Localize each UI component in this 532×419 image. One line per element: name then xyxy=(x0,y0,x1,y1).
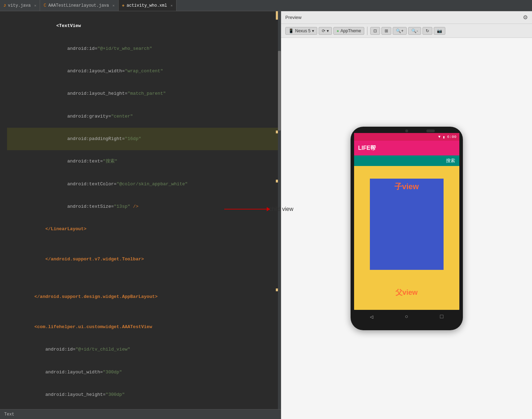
zoom-fit-btn[interactable]: ⊡ xyxy=(370,27,380,35)
device-camera xyxy=(405,129,408,132)
app-content: 子view 父view xyxy=(354,166,459,310)
device-screen: ▼ ▮ 6:00 LIFE帮 搜索 子view xyxy=(354,133,459,310)
device-nav-bar[interactable]: ◁ ○ □ xyxy=(354,310,459,324)
preview-title: Preview xyxy=(285,15,301,20)
zoom-actual-btn[interactable]: ⊞ xyxy=(381,27,391,35)
tab-close-0[interactable]: ✕ xyxy=(34,4,36,8)
scroll-marker-3 xyxy=(276,180,278,182)
code-line-21: android:layout_gravity="center" xyxy=(7,406,281,409)
code-line-13 xyxy=(7,271,281,278)
app-toolbar: LIFE帮 xyxy=(354,141,459,155)
app-status-bar: ▼ ▮ 6:00 xyxy=(354,133,459,141)
code-line-1: <TextView xyxy=(7,15,281,37)
toolbar-sep xyxy=(367,27,367,35)
arrow-line xyxy=(224,209,270,210)
code-line-4: android:layout_height="match_parent" xyxy=(7,82,281,105)
camera-icon: 📷 xyxy=(437,28,442,33)
refresh-icon: ↻ xyxy=(426,28,429,33)
tab-activity-xml[interactable]: ◈ activity_who.xml ✕ xyxy=(119,0,177,11)
orientation-btn[interactable]: ⟳ ▾ xyxy=(319,27,332,35)
screenshot-btn[interactable]: 📷 xyxy=(434,27,445,35)
wifi-icon: ▼ xyxy=(438,135,441,139)
app-search-text: 搜索 xyxy=(446,158,455,164)
child-view-box: 子view xyxy=(370,179,444,270)
preview-toolbar: 📱 Nexus 5 ▾ ⟳ ▾ ● AppTheme ⊡ ⊞ xyxy=(281,24,532,38)
code-line-17: <com.lifehelper.ui.customwidget.AAATestV… xyxy=(7,316,281,338)
tab-close-2[interactable]: ✕ xyxy=(171,4,173,8)
zoom-out-btn[interactable]: 🔍- xyxy=(408,27,421,35)
scrollbar-thumb[interactable] xyxy=(278,51,281,131)
zoom-in-icon: 🔍+ xyxy=(396,28,404,33)
scroll-marker-1 xyxy=(276,11,278,20)
device-label: Nexus 5 xyxy=(295,28,311,33)
c-icon: C xyxy=(44,3,46,8)
phone-icon: 📱 xyxy=(288,28,294,33)
tab-label: vity.java xyxy=(8,3,31,8)
code-line-7: android:text="搜索" xyxy=(7,150,281,173)
code-line-16 xyxy=(7,308,281,315)
theme-label: AppTheme xyxy=(340,28,361,33)
fu-view-label: 父view xyxy=(395,288,418,297)
code-line-18: android:id="@+id/tv_child_view" xyxy=(7,338,281,361)
tab-bar: J vity.java ✕ C AAATestLinearlayout.java… xyxy=(0,0,532,11)
status-time: 6:00 xyxy=(447,135,456,139)
arrow-head xyxy=(267,207,270,211)
app-second-bar: 搜索 xyxy=(354,155,459,166)
chevron-down-icon-2: ▾ xyxy=(327,28,329,33)
tab-label: activity_who.xml xyxy=(127,3,167,8)
tab-vity-java[interactable]: J vity.java ✕ xyxy=(0,0,40,11)
nav-home-btn[interactable]: ○ xyxy=(405,314,408,320)
code-line-2: android:id="@+id/tv_who_search" xyxy=(7,37,281,60)
device-frame: ▼ ▮ 6:00 LIFE帮 搜索 子view xyxy=(351,127,463,330)
status-bar: Text xyxy=(0,409,281,419)
theme-icon: ● xyxy=(337,28,339,33)
code-editor: <TextView android:id="@+id/tv_who_search… xyxy=(0,11,281,419)
battery-icon: ▮ xyxy=(443,135,445,139)
java-icon: J xyxy=(4,4,6,8)
arrow-annotation: child view xyxy=(224,206,293,212)
code-line-19: android:layout_width="300dp" xyxy=(7,361,281,383)
tab-close-1[interactable]: ✕ xyxy=(112,4,114,8)
code-line-10: </LinearLayout> xyxy=(7,218,281,240)
code-line-15: </android.support.design.widget.AppBarLa… xyxy=(7,286,281,308)
code-line-5: android:gravity="center" xyxy=(7,105,281,127)
device-container: child view ▼ ▮ 6:00 LIFE帮 xyxy=(281,38,532,419)
refresh-btn[interactable]: ↻ xyxy=(423,27,432,35)
zoom-fit-icon: ⊡ xyxy=(373,28,377,33)
tab-linearlayout-java[interactable]: C AAATestLinearlayout.java ✕ xyxy=(40,0,118,11)
main-content: <TextView android:id="@+id/tv_who_search… xyxy=(0,11,532,419)
code-line-14 xyxy=(7,278,281,285)
scroll-marker-4 xyxy=(276,288,278,291)
nav-recent-btn[interactable]: □ xyxy=(440,314,444,320)
xml-icon: ◈ xyxy=(122,3,125,8)
code-line-6: android:paddingRight="16dp" xyxy=(7,128,281,150)
zoom-out-icon: 🔍- xyxy=(411,28,418,33)
preview-panel: Preview ⚙ 📱 Nexus 5 ▾ ⟳ ▾ ● AppTheme xyxy=(281,11,532,419)
settings-icon[interactable]: ⚙ xyxy=(523,14,528,21)
tab-label: AAATestLinearlayout.java xyxy=(48,3,109,8)
zi-view-label: 子view xyxy=(394,181,419,192)
code-line-8: android:textColor="@color/skin_appbar_wh… xyxy=(7,173,281,195)
scroll-marker-2 xyxy=(276,131,278,133)
code-line-12: </android.support.v7.widget.Toolbar> xyxy=(7,248,281,271)
status-label: Text xyxy=(4,412,14,417)
app-toolbar-title: LIFE帮 xyxy=(358,145,376,152)
preview-header: Preview ⚙ xyxy=(281,11,532,24)
code-line-20: android:layout_height="300dp" xyxy=(7,383,281,406)
device-speaker xyxy=(426,129,435,132)
code-line-3: android:layout_width="wrap_content" xyxy=(7,60,281,82)
rotate-icon: ⟳ xyxy=(322,28,325,33)
arrow-text: child view xyxy=(269,206,293,212)
code-line-11 xyxy=(7,240,281,248)
theme-btn[interactable]: ● AppTheme xyxy=(333,27,364,35)
zoom-actual-icon: ⊞ xyxy=(385,28,388,33)
device-selector-btn[interactable]: 📱 Nexus 5 ▾ xyxy=(285,27,317,35)
chevron-down-icon: ▾ xyxy=(312,28,314,33)
nav-back-btn[interactable]: ◁ xyxy=(370,313,373,320)
zoom-in-btn[interactable]: 🔍+ xyxy=(393,27,407,35)
